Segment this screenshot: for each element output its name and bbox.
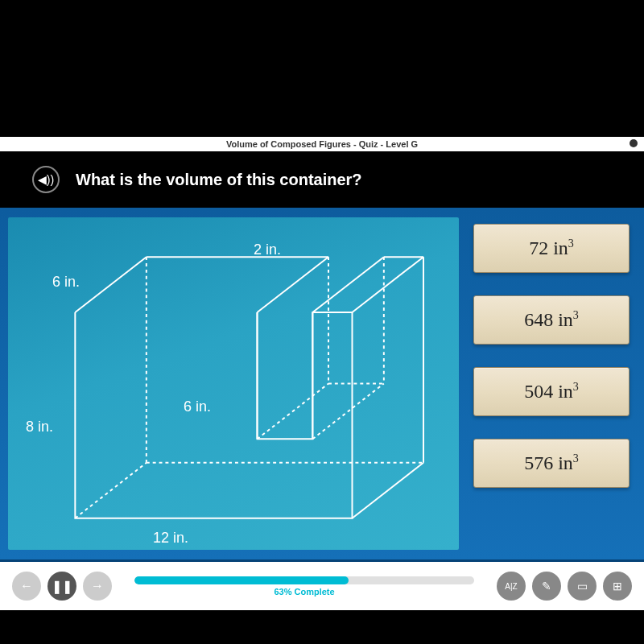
answer-option-d[interactable]: 576 in3	[473, 439, 630, 488]
answer-b-value: 648 in	[524, 309, 573, 330]
answer-c-value: 504 in	[524, 381, 573, 402]
svg-line-1	[258, 257, 329, 312]
question-text: What is the volume of this container?	[76, 171, 362, 189]
dim-bottom-width: 12 in.	[153, 530, 188, 547]
pencil-icon: ✎	[542, 580, 551, 592]
answer-option-a[interactable]: 72 in3	[473, 224, 630, 273]
answer-c-exp: 3	[573, 381, 579, 393]
svg-line-2	[312, 257, 384, 312]
glossary-button[interactable]: A|Z	[497, 572, 526, 601]
dim-depth: 6 in.	[52, 274, 80, 291]
back-button[interactable]: ←	[12, 572, 41, 601]
notepad-icon: ▭	[577, 580, 588, 592]
answer-a-exp: 3	[568, 237, 574, 250]
calculator-button[interactable]: ⊞	[603, 572, 632, 601]
progress-container: 63% Complete	[134, 576, 474, 597]
main-content: 2 in. 6 in. 6 in. 8 in. 12 in. 72 in3 64…	[0, 208, 644, 562]
answers-panel: 72 in3 648 in3 504 in3 576 in3	[459, 208, 644, 559]
container-shape-icon	[8, 217, 459, 550]
question-area: ◀)) What is the volume of this container…	[0, 151, 644, 208]
page-title-bar: Volume of Composed Figures - Quiz - Leve…	[0, 137, 644, 151]
svg-line-7	[353, 463, 424, 518]
dim-left-height: 8 in.	[26, 419, 53, 436]
figure-diagram: 2 in. 6 in. 6 in. 8 in. 12 in.	[8, 217, 459, 550]
svg-line-0	[75, 257, 146, 312]
svg-line-3	[353, 257, 424, 312]
answer-option-b[interactable]: 648 in3	[473, 295, 630, 345]
notepad-button[interactable]: ▭	[568, 572, 597, 601]
answer-d-exp: 3	[573, 452, 579, 464]
forward-button[interactable]: →	[83, 572, 112, 601]
answer-a-value: 72 in	[529, 237, 568, 258]
progress-fill	[134, 576, 349, 584]
calculator-icon: ⊞	[613, 580, 622, 592]
arrow-right-icon: →	[91, 579, 104, 593]
audio-button[interactable]: ◀))	[32, 166, 60, 193]
pause-button[interactable]: ❚❚	[47, 572, 76, 601]
dim-inner-height: 6 in.	[184, 398, 211, 415]
pencil-button[interactable]: ✎	[532, 572, 561, 601]
speaker-icon: ◀))	[38, 173, 54, 186]
progress-track[interactable]	[134, 576, 474, 584]
bottom-toolbar: ← ❚❚ → 63% Complete A|Z ✎ ▭ ⊞	[0, 562, 644, 610]
arrow-left-icon: ←	[20, 579, 33, 593]
pause-icon: ❚❚	[52, 579, 72, 594]
dim-cutout-width: 2 in.	[254, 242, 281, 258]
progress-label: 63% Complete	[134, 587, 474, 597]
svg-line-13	[75, 463, 146, 518]
svg-line-10	[258, 384, 329, 440]
page-title-text: Volume of Composed Figures - Quiz - Leve…	[226, 139, 418, 149]
svg-line-11	[312, 384, 384, 440]
az-icon: A|Z	[505, 582, 517, 591]
answer-b-exp: 3	[573, 309, 579, 321]
answer-option-c[interactable]: 504 in3	[473, 367, 630, 416]
app-container: Volume of Composed Figures - Quiz - Leve…	[0, 137, 644, 644]
answer-d-value: 576 in	[524, 452, 573, 473]
